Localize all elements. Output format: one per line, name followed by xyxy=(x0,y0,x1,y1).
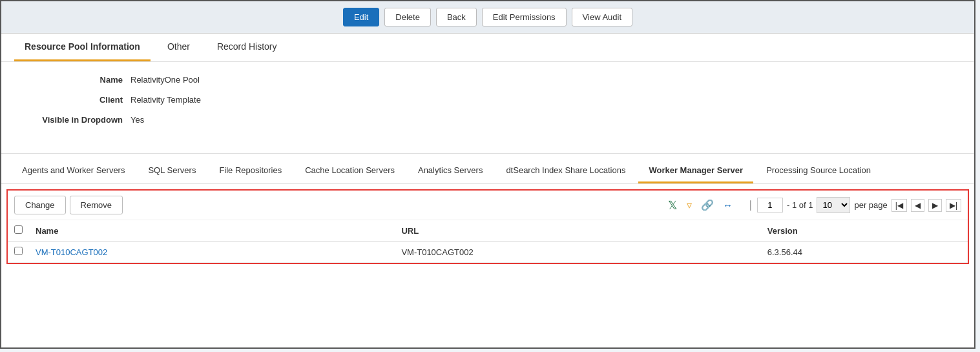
form-row-visible: Visible in Dropdown Yes xyxy=(27,115,948,125)
row-name-link[interactable]: VM-T010CAGT002 xyxy=(36,247,107,257)
filter-button[interactable]: ▿ xyxy=(684,198,694,212)
tab-processing-source[interactable]: Processing Source Location xyxy=(756,159,881,183)
visible-label: Visible in Dropdown xyxy=(27,115,130,125)
row-url-cell: VM-T010CAGT002 xyxy=(395,242,760,263)
next-page-button[interactable]: ▶ xyxy=(928,199,942,212)
last-page-button[interactable]: ▶| xyxy=(946,199,961,212)
form-row-client: Client Relativity Template xyxy=(27,95,948,105)
data-table: Name URL Version VM-T010CAGT002 xyxy=(8,220,968,263)
row-version-cell: 6.3.56.44 xyxy=(761,242,968,263)
delete-button[interactable]: Delete xyxy=(384,8,431,26)
edit-permissions-button[interactable]: Edit Permissions xyxy=(482,8,567,26)
col-header-version: Version xyxy=(761,220,968,242)
export-excel-button[interactable]: 𝕏 xyxy=(665,197,680,214)
link-button[interactable]: 🔗 xyxy=(698,198,716,212)
tab-sql-servers[interactable]: SQL Servers xyxy=(138,159,206,183)
first-page-button[interactable]: |◀ xyxy=(891,199,907,212)
pagination-input[interactable]: 1 xyxy=(757,198,783,212)
row-checkbox-cell xyxy=(8,242,29,263)
table-row: VM-T010CAGT002 VM-T010CAGT002 6.3.56.44 xyxy=(8,242,968,263)
name-value: RelativityOne Pool xyxy=(130,75,200,85)
col-header-url: URL xyxy=(395,220,760,242)
tab-resource-pool-info[interactable]: Resource Pool Information xyxy=(14,34,151,61)
view-audit-button[interactable]: View Audit xyxy=(572,8,632,26)
tab-file-repos[interactable]: File Repositories xyxy=(209,159,292,183)
tab-cache-location[interactable]: Cache Location Servers xyxy=(295,159,405,183)
remove-button[interactable]: Remove xyxy=(70,196,123,214)
row-name-cell: VM-T010CAGT002 xyxy=(29,242,395,263)
bottom-tabs: Agents and Worker Servers SQL Servers Fi… xyxy=(1,159,974,184)
tab-analytics[interactable]: Analytics Servers xyxy=(408,159,493,183)
change-button[interactable]: Change xyxy=(14,196,66,214)
client-value: Relativity Template xyxy=(130,95,201,105)
form-content: Name RelativityOne Pool Client Relativit… xyxy=(1,62,974,148)
edit-button[interactable]: Edit xyxy=(343,8,379,26)
client-label: Client xyxy=(27,95,130,105)
per-page-label: per page xyxy=(854,200,887,210)
select-all-header xyxy=(8,220,29,242)
expand-button[interactable]: ↔ xyxy=(720,198,735,212)
col-header-name: Name xyxy=(29,220,395,242)
table-toolbar-right: 𝕏 ▿ 🔗 ↔ ⎹ 1 - 1 of 1 10 25 50 100 per xyxy=(665,197,961,214)
toolbar: Edit Delete Back Edit Permissions View A… xyxy=(1,1,974,34)
top-tabs: Resource Pool Information Other Record H… xyxy=(1,34,974,62)
tab-record-history[interactable]: Record History xyxy=(207,34,287,61)
tab-agents-worker[interactable]: Agents and Worker Servers xyxy=(12,159,135,183)
tab-other[interactable]: Other xyxy=(157,34,200,61)
column-chooser-button[interactable]: ⎹ xyxy=(739,198,753,212)
tab-worker-manager[interactable]: Worker Manager Server xyxy=(638,159,753,183)
divider xyxy=(1,153,974,154)
tab-dtsearch[interactable]: dtSearch Index Share Locations xyxy=(495,159,636,183)
visible-value: Yes xyxy=(130,115,144,125)
per-page-select[interactable]: 10 25 50 100 xyxy=(817,197,850,213)
back-button[interactable]: Back xyxy=(436,8,477,26)
table-header-row: Name URL Version xyxy=(8,220,968,242)
select-all-checkbox[interactable] xyxy=(14,225,23,234)
pagination-info: - 1 of 1 xyxy=(787,200,813,210)
table-section: Change Remove 𝕏 ▿ 🔗 ↔ ⎹ 1 - 1 of 1 10 25 xyxy=(6,189,969,264)
name-label: Name xyxy=(27,75,130,85)
form-row-name: Name RelativityOne Pool xyxy=(27,75,948,85)
table-toolbar: Change Remove 𝕏 ▿ 🔗 ↔ ⎹ 1 - 1 of 1 10 25 xyxy=(8,191,968,220)
row-checkbox[interactable] xyxy=(14,247,23,255)
prev-page-button[interactable]: ◀ xyxy=(911,199,924,212)
